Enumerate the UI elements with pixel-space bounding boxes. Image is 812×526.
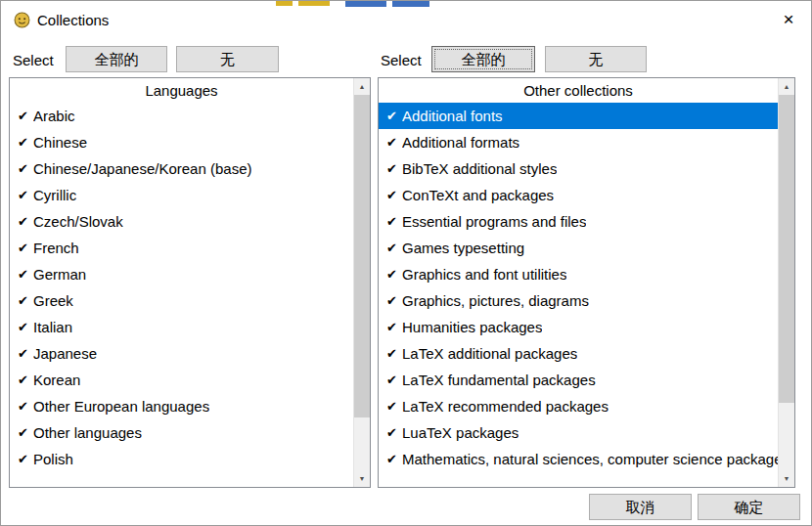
scroll-down-icon[interactable]: ▼ <box>354 470 370 487</box>
list-item[interactable]: ✔ German <box>10 261 353 287</box>
list-item-label: French <box>33 240 79 256</box>
list-item-label: LaTeX additional packages <box>402 345 577 362</box>
languages-list: ✔ Arabic ✔ Chinese ✔ Chinese/Japanese/Ko… <box>10 103 353 487</box>
list-item[interactable]: ✔ Polish <box>10 446 353 472</box>
list-item-label: Chinese/Japanese/Korean (base) <box>33 160 251 177</box>
app-icon <box>14 12 30 28</box>
checkmark-icon: ✔ <box>379 399 402 414</box>
list-item[interactable]: ✔ Korean <box>10 367 353 393</box>
checkmark-icon: ✔ <box>379 346 402 361</box>
select-all-button-left[interactable]: 全部的 <box>66 46 167 72</box>
checkmark-icon: ✔ <box>379 214 402 229</box>
scroll-down-icon[interactable]: ▼ <box>779 470 794 487</box>
list-item[interactable]: ✔ Other languages <box>10 419 353 446</box>
languages-header: Languages <box>10 78 353 103</box>
checkmark-icon: ✔ <box>10 452 33 466</box>
list-item-label: Other European languages <box>33 398 209 415</box>
list-item-label: Chinese <box>33 134 87 151</box>
list-item[interactable]: ✔ Czech/Slovak <box>10 208 353 235</box>
checkmark-icon: ✔ <box>10 214 33 229</box>
checkmark-icon: ✔ <box>379 320 402 334</box>
list-item[interactable]: ✔ Italian <box>10 314 353 340</box>
list-item[interactable]: ✔ LaTeX additional packages <box>379 340 778 367</box>
list-item-label: Humanities packages <box>402 319 542 335</box>
other-collections-header: Other collections <box>379 78 778 103</box>
checkmark-icon: ✔ <box>10 161 33 176</box>
list-item[interactable]: ✔ BibTeX additional styles <box>379 155 778 182</box>
close-icon[interactable]: × <box>768 3 809 36</box>
checkmark-icon: ✔ <box>10 373 33 387</box>
list-item-label: Arabic <box>33 108 75 124</box>
languages-listbox: Languages ✔ Arabic ✔ Chinese ✔ Chinese/J… <box>9 77 371 488</box>
checkmark-icon: ✔ <box>379 452 402 466</box>
list-item-label: LaTeX fundamental packages <box>402 372 596 388</box>
ok-button[interactable]: 确定 <box>698 494 800 520</box>
list-item[interactable]: ✔ LaTeX recommended packages <box>379 393 778 419</box>
background-window-artifact <box>392 1 429 7</box>
list-item-label: Cyrillic <box>33 187 76 203</box>
checkmark-icon: ✔ <box>10 346 33 361</box>
list-item[interactable]: ✔ LuaTeX packages <box>379 419 778 446</box>
background-window-artifact <box>298 1 330 6</box>
list-item-label: Graphics, pictures, diagrams <box>402 292 589 309</box>
list-item-label: Italian <box>33 319 72 335</box>
checkmark-icon: ✔ <box>379 267 402 282</box>
cancel-button[interactable]: 取消 <box>589 494 692 520</box>
checkmark-icon: ✔ <box>10 320 33 334</box>
checkmark-icon: ✔ <box>379 293 402 308</box>
list-item[interactable]: ✔ Chinese <box>10 129 353 155</box>
list-item-label: Greek <box>33 292 73 309</box>
languages-scrollbar[interactable]: ▲ ▼ <box>353 78 370 487</box>
list-item[interactable]: ✔ Games typesetting <box>379 235 778 261</box>
list-item[interactable]: ✔ Greek <box>10 287 353 314</box>
list-item[interactable]: ✔ Additional fonts <box>379 103 778 129</box>
checkmark-icon: ✔ <box>10 293 33 308</box>
checkmark-icon: ✔ <box>379 109 402 123</box>
list-item-label: Additional formats <box>402 134 519 151</box>
list-item-label: Korean <box>33 372 80 388</box>
list-item[interactable]: ✔ ConTeXt and packages <box>379 182 778 208</box>
list-item-label: LuaTeX packages <box>402 424 519 441</box>
scrollbar-thumb[interactable] <box>779 95 794 403</box>
list-item-label: Other languages <box>33 424 142 441</box>
list-item[interactable]: ✔ Cyrillic <box>10 182 353 208</box>
scrollbar-thumb[interactable] <box>354 95 370 417</box>
checkmark-icon: ✔ <box>379 425 402 440</box>
list-item[interactable]: ✔ Humanities packages <box>379 314 778 340</box>
checkmark-icon: ✔ <box>379 241 402 255</box>
checkmark-icon: ✔ <box>379 135 402 150</box>
other-collections-listbox: Other collections ✔ Additional fonts ✔ A… <box>378 77 795 488</box>
select-label-left: Select <box>13 50 54 71</box>
list-item-label: BibTeX additional styles <box>402 160 557 177</box>
list-item[interactable]: ✔ Mathematics, natural sciences, compute… <box>379 446 778 472</box>
list-item[interactable]: ✔ Other European languages <box>10 393 353 419</box>
list-item[interactable]: ✔ Additional formats <box>379 129 778 155</box>
checkmark-icon: ✔ <box>379 373 402 387</box>
list-item[interactable]: ✔ Japanese <box>10 340 353 367</box>
other-collections-scrollbar[interactable]: ▲ ▼ <box>778 78 794 487</box>
checkmark-icon: ✔ <box>10 109 33 123</box>
list-item[interactable]: ✔ Graphics, pictures, diagrams <box>379 287 778 314</box>
checkmark-icon: ✔ <box>10 425 33 440</box>
list-item[interactable]: ✔ Arabic <box>10 103 353 129</box>
list-item[interactable]: ✔ Graphics and font utilities <box>379 261 778 287</box>
list-item-label: Japanese <box>33 345 97 362</box>
list-item[interactable]: ✔ Essential programs and files <box>379 208 778 235</box>
list-item-label: German <box>33 266 86 283</box>
list-item[interactable]: ✔ Chinese/Japanese/Korean (base) <box>10 155 353 182</box>
checkmark-icon: ✔ <box>379 161 402 176</box>
checkmark-icon: ✔ <box>10 399 33 414</box>
select-none-button-left[interactable]: 无 <box>176 46 279 72</box>
list-item-label: Czech/Slovak <box>33 213 123 230</box>
scroll-up-icon[interactable]: ▲ <box>354 78 370 95</box>
list-item[interactable]: ✔ LaTeX fundamental packages <box>379 367 778 393</box>
checkmark-icon: ✔ <box>10 135 33 150</box>
list-item-label: Mathematics, natural sciences, computer … <box>402 451 778 467</box>
checkmark-icon: ✔ <box>10 241 33 255</box>
scroll-up-icon[interactable]: ▲ <box>779 78 794 95</box>
list-item[interactable]: ✔ French <box>10 235 353 261</box>
select-all-button-right[interactable]: 全部的 <box>431 46 535 72</box>
list-item-label: Graphics and font utilities <box>402 266 566 283</box>
select-none-button-right[interactable]: 无 <box>545 46 647 72</box>
list-item-label: Polish <box>33 451 73 467</box>
